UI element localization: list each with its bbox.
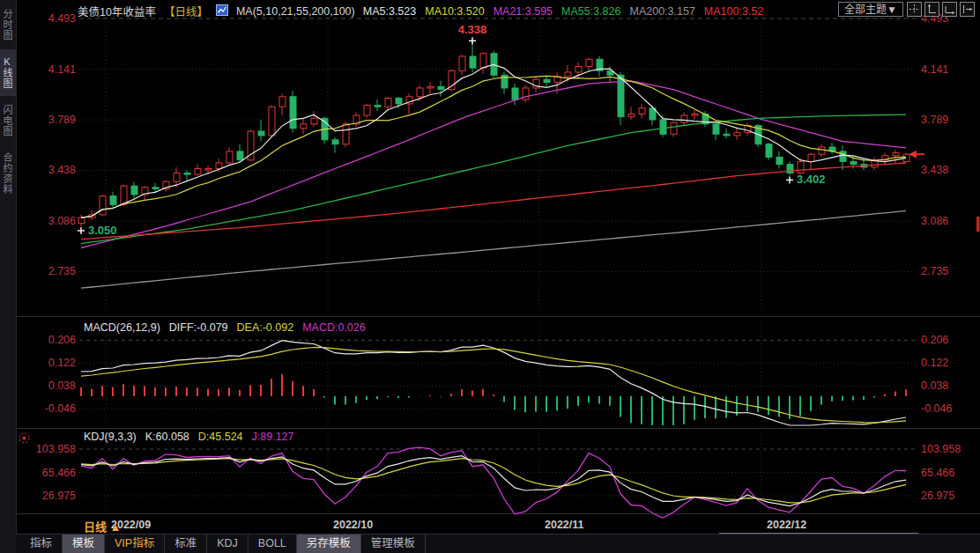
kdj-label-1: K:60.058 — [145, 431, 189, 443]
ma-legend-ma10: MA10:3.520 — [425, 5, 484, 18]
y-axis-label: 103.958 — [921, 443, 961, 455]
pan-right-icon[interactable] — [960, 2, 975, 17]
sidebar-item-contract-info[interactable]: 合约资料 — [0, 145, 16, 202]
page-title: 美债10年收益率 — [78, 3, 156, 19]
y-axis-label: 3.789 — [921, 114, 948, 126]
chart-header: 美债10年收益率 【日线】 MA(5,10,21,55,200,100) MA5… — [78, 3, 764, 19]
macd-label-2: DEA:-0.092 — [237, 321, 294, 334]
app-window: 4.3383.0503.402 分时图K线图闪电图合约资料 美债10年收益率 【… — [0, 0, 980, 553]
alert-icon[interactable] — [18, 431, 31, 448]
y-axis-label: 0.122 — [921, 357, 948, 369]
y-axis-label: 0.206 — [921, 334, 948, 346]
y-axis-label: -0.046 — [921, 402, 952, 415]
y-axis-label: 2.735 — [921, 265, 948, 277]
y-axis-label: 26.975 — [921, 490, 954, 502]
line-chart-icon — [216, 4, 228, 18]
y-axis-label: 4.141 — [921, 63, 948, 76]
theme-select-button[interactable]: 全部主题▼ — [838, 2, 903, 17]
tab-indicator[interactable]: 指标 — [20, 535, 63, 553]
ma-legend-ma100: MA100:3.52 — [704, 5, 763, 18]
v-scrollbar-thumb[interactable] — [976, 217, 980, 232]
y-axis-label: 3.438 — [921, 164, 948, 176]
ma-line-MA5 — [81, 65, 906, 218]
macd-pane-header: MACD(26,12,9)DIFF:-0.079DEA:-0.092MACD:0… — [84, 321, 366, 334]
bottom-tab-bar: 指标模板VIP指标标准KDJBOLL另存模板管理模板 — [16, 534, 980, 553]
x-axis-date-label: 2022/12 — [767, 519, 806, 531]
y-axis-label: 3.086 — [921, 215, 948, 227]
kdj-d-line — [81, 459, 906, 503]
ma-legend-ma200: MA200:3.157 — [629, 5, 694, 18]
x-axis-zoom-icon[interactable] — [942, 2, 957, 17]
tab-kdj[interactable]: KDJ — [207, 535, 249, 553]
ma-legend-ma5: MA5:3.523 — [363, 5, 416, 18]
kdj-label-3: J:89.127 — [252, 431, 294, 443]
crosshair-icon[interactable] — [907, 2, 922, 17]
high-price-annotation: 4.338 — [458, 23, 487, 36]
tab-boll[interactable]: BOLL — [249, 535, 297, 553]
tab-save-as-template[interactable]: 另存模板 — [297, 535, 361, 553]
kdj-j-line — [81, 447, 906, 518]
kdj-label-2: D:45.524 — [198, 431, 243, 443]
x-axis-date-label: 2022/10 — [333, 519, 373, 531]
macd-label-1: DIFF:-0.079 — [169, 321, 228, 334]
kdj-label-0: KDJ(9,3,3) — [84, 431, 137, 443]
y-axis-label: 65.466 — [921, 467, 954, 479]
ma-line-MA55 — [81, 114, 906, 244]
sidebar: 分时图K线图闪电图合约资料 — [0, 0, 17, 553]
tab-standard[interactable]: 标准 — [165, 535, 207, 553]
x-axis-date-label: 2022/11 — [545, 519, 584, 531]
ma-legend: MA5:3.523MA10:3.520MA21:3.595MA55:3.826M… — [363, 5, 765, 18]
tab-manage-template[interactable]: 管理模板 — [361, 535, 426, 553]
tab-template[interactable]: 模板 — [63, 535, 105, 553]
candles — [78, 41, 909, 226]
macd-label-3: MACD:0.026 — [302, 321, 366, 334]
ma-legend-ma55: MA55:3.826 — [561, 5, 620, 18]
macd-histogram — [81, 374, 906, 425]
tab-vip-indicator[interactable]: VIP指标 — [105, 535, 165, 553]
ma-group-label: MA(5,10,21,55,200,100) — [236, 5, 355, 18]
sidebar-item-kline-chart[interactable]: K线图 — [0, 49, 16, 96]
ma-line-MA200 — [81, 210, 906, 288]
macd-label-0: MACD(26,12,9) — [84, 321, 160, 334]
y-axis-label: 0.038 — [921, 380, 948, 392]
timeframe-tag: 【日线】 — [164, 3, 208, 19]
y-axis-zoom-icon[interactable] — [924, 2, 939, 17]
sidebar-item-flash-chart[interactable]: 闪电图 — [0, 98, 16, 144]
chart-tool-icons — [907, 2, 975, 17]
sidebar-item-time-chart[interactable]: 分时图 — [0, 2, 16, 48]
header-controls: 全部主题▼ — [838, 2, 975, 17]
low-price-annotation: 3.050 — [88, 224, 117, 237]
low-price-annotation: 3.402 — [797, 173, 826, 186]
ma-legend-ma21: MA21:3.595 — [494, 5, 553, 18]
timeframe-dropdown-button[interactable]: 日线 ▲ — [84, 518, 121, 535]
chart-canvas[interactable]: 4.3383.0503.402 — [0, 0, 980, 553]
kdj-pane-header: KDJ(9,3,3)K:60.058D:45.524J:89.127 — [84, 431, 294, 443]
